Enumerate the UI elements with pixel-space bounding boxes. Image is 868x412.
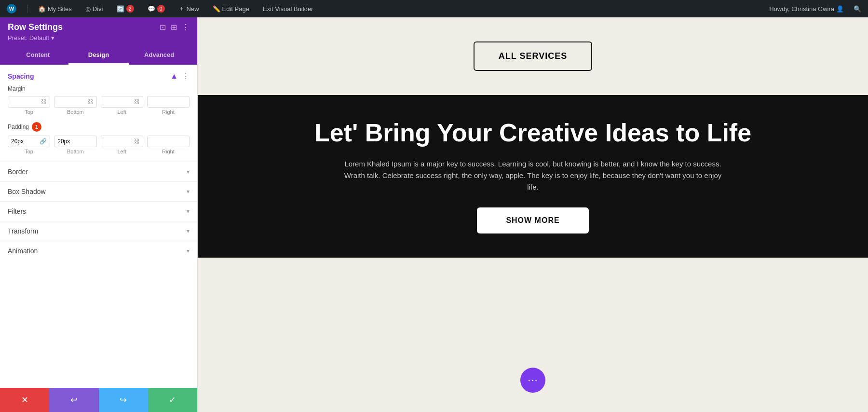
comments-count: 0 bbox=[157, 5, 165, 13]
cancel-button[interactable]: ✕ bbox=[0, 388, 49, 412]
margin-bottom-input[interactable] bbox=[57, 98, 85, 105]
padding-field-group: Padding 1 🔗 bbox=[0, 122, 197, 162]
exit-builder-button[interactable]: Exit Visual Builder bbox=[260, 4, 316, 14]
transform-section[interactable]: Transform ▾ bbox=[0, 221, 197, 241]
more-icon[interactable]: ⋮ bbox=[182, 23, 190, 32]
padding-right-cell bbox=[147, 136, 190, 147]
box-shadow-chevron-icon: ▾ bbox=[187, 188, 190, 195]
my-sites-label: My Sites bbox=[48, 5, 72, 13]
padding-input-row: 🔗 bbox=[8, 136, 190, 147]
border-label: Border bbox=[8, 168, 28, 176]
show-more-button[interactable]: SHOW MORE bbox=[477, 207, 588, 233]
padding-spacer2 bbox=[97, 136, 101, 147]
border-chevron-icon: ▾ bbox=[187, 168, 190, 175]
tab-design[interactable]: Design bbox=[68, 46, 129, 65]
tab-content[interactable]: Content bbox=[8, 46, 68, 65]
margin-label: Margin bbox=[8, 85, 190, 92]
panel-title: Row Settings bbox=[8, 22, 63, 32]
user-menu-button[interactable]: Howdy, Christina Gwira 👤 bbox=[766, 4, 847, 14]
padding-left-label: Left bbox=[101, 147, 143, 156]
collapse-icon[interactable]: ▲ bbox=[170, 72, 178, 81]
updates-count: 2 bbox=[126, 5, 134, 13]
grid-icon[interactable]: ⊞ bbox=[171, 23, 177, 32]
wp-logo-icon: W bbox=[7, 4, 16, 14]
hero-body: Lorem Khaled Ipsum is a major key to suc… bbox=[340, 158, 726, 193]
margin-right-block bbox=[147, 96, 190, 108]
more-options-button[interactable]: ··· bbox=[520, 368, 545, 393]
wp-logo-button[interactable]: W bbox=[4, 3, 19, 14]
panel-title-icons: ⊡ ⊞ ⋮ bbox=[160, 23, 190, 32]
margin-labels-row: Top Bottom Left Right bbox=[8, 108, 190, 116]
padding-right-input[interactable] bbox=[150, 138, 186, 145]
plus-icon: ＋ bbox=[178, 4, 185, 13]
undo-button[interactable]: ↩ bbox=[49, 388, 98, 412]
redo-button[interactable]: ↪ bbox=[99, 388, 148, 412]
hero-section: Let' Bring Your Creative Ideas to Life L… bbox=[198, 95, 868, 258]
admin-bar-right: Howdy, Christina Gwira 👤 🔍 bbox=[766, 4, 864, 14]
search-icon: 🔍 bbox=[854, 5, 861, 13]
spacing-header-icons: ▲ ⋮ bbox=[170, 71, 190, 81]
search-button[interactable]: 🔍 bbox=[851, 4, 864, 14]
margin-right-input[interactable] bbox=[150, 98, 186, 105]
animation-chevron-icon: ▾ bbox=[187, 247, 190, 254]
save-icon: ✓ bbox=[169, 395, 176, 405]
show-more-label: SHOW MORE bbox=[506, 216, 559, 224]
margin-bottom-label: Bottom bbox=[54, 108, 96, 116]
padding-labels-row: Top Bottom Left Right bbox=[8, 147, 190, 156]
margin-top-input[interactable] bbox=[11, 98, 39, 105]
padding-top-label: Top bbox=[8, 147, 50, 156]
padding-bottom-cell bbox=[54, 136, 96, 147]
undo-icon: ↩ bbox=[70, 395, 78, 405]
panel-header: Row Settings ⊡ ⊞ ⋮ Preset: Default ▾ Con… bbox=[0, 17, 197, 65]
user-label: Howdy, Christina Gwira bbox=[769, 5, 834, 13]
padding-spacer1 bbox=[50, 136, 54, 147]
margin-top-cell: ⛓ bbox=[8, 96, 50, 108]
all-services-label: ALL SERVICES bbox=[499, 51, 567, 61]
margin-left-input[interactable] bbox=[104, 98, 132, 105]
margin-left-cell: ⛓ bbox=[101, 96, 143, 108]
padding-left-cell: ⛓ bbox=[101, 136, 143, 147]
exit-builder-label: Exit Visual Builder bbox=[263, 5, 313, 13]
padding-label-row: Padding 1 bbox=[8, 122, 190, 132]
padding-top-input[interactable] bbox=[11, 138, 38, 145]
transform-chevron-icon: ▾ bbox=[187, 228, 190, 234]
box-shadow-section[interactable]: Box Shadow ▾ bbox=[0, 181, 197, 201]
filters-section[interactable]: Filters ▾ bbox=[0, 201, 197, 221]
filters-label: Filters bbox=[8, 207, 26, 215]
border-section[interactable]: Border ▾ bbox=[0, 162, 197, 181]
margin-top-link-icon: ⛓ bbox=[41, 98, 47, 105]
filters-chevron-icon: ▾ bbox=[187, 208, 190, 215]
margin-bottom-block: ⛓ bbox=[54, 96, 96, 108]
padding-left-input[interactable] bbox=[104, 138, 132, 145]
padding-top-block: 🔗 bbox=[8, 136, 50, 147]
updates-button[interactable]: 🔄 2 bbox=[114, 4, 137, 14]
resize-icon[interactable]: ⊡ bbox=[160, 23, 166, 32]
margin-field-group: Margin ⛓ bbox=[0, 85, 197, 122]
panel-footer: ✕ ↩ ↪ ✓ bbox=[0, 388, 197, 412]
all-services-section: ALL SERVICES bbox=[198, 17, 868, 95]
all-services-button[interactable]: ALL SERVICES bbox=[474, 41, 592, 71]
padding-bottom-label: Bottom bbox=[54, 147, 96, 156]
padding-chain-icon[interactable]: 🔗 bbox=[40, 138, 47, 145]
edit-page-label: Edit Page bbox=[222, 5, 249, 13]
new-label: New bbox=[187, 5, 199, 13]
margin-left-link-icon: ⛓ bbox=[134, 98, 140, 105]
padding-bottom-input[interactable] bbox=[57, 138, 93, 145]
comments-button[interactable]: 💬 0 bbox=[145, 4, 168, 14]
padding-right-block bbox=[147, 136, 190, 147]
divi-button[interactable]: ◎ Divi bbox=[82, 4, 106, 14]
new-button[interactable]: ＋ New bbox=[176, 3, 202, 14]
padding-badge: 1 bbox=[32, 122, 41, 132]
padding-top-cell: 🔗 bbox=[8, 136, 50, 147]
more-dots-icon: ··· bbox=[528, 374, 538, 386]
panel-preset-button[interactable]: Preset: Default ▾ bbox=[8, 34, 190, 41]
padding-label: Padding bbox=[8, 124, 29, 130]
my-sites-button[interactable]: 🏠 My Sites bbox=[35, 4, 75, 14]
preset-label: Preset: Default bbox=[8, 34, 49, 41]
hero-title: Let' Bring Your Creative Ideas to Life bbox=[227, 119, 839, 147]
tab-advanced[interactable]: Advanced bbox=[129, 46, 190, 65]
save-button[interactable]: ✓ bbox=[148, 388, 197, 412]
edit-page-button[interactable]: ✏️ Edit Page bbox=[210, 4, 252, 14]
animation-section[interactable]: Animation ▾ bbox=[0, 241, 197, 261]
spacing-more-icon[interactable]: ⋮ bbox=[182, 71, 190, 81]
